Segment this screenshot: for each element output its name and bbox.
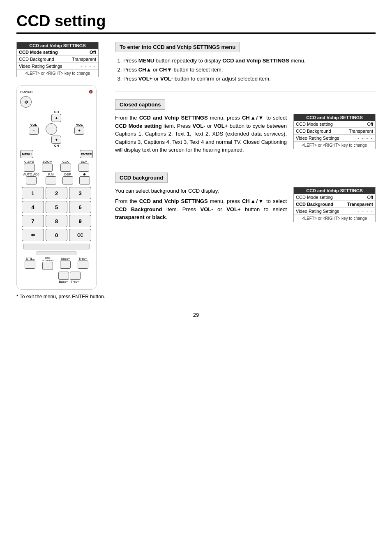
closed-captions-section: Closed captions From the CCD and Vchip S… xyxy=(115,99,376,157)
num-0-button[interactable]: 0 xyxy=(46,229,68,241)
ccd-bg-settings-footer: <LEFT> or <RIGHT> key to change xyxy=(294,214,375,222)
section-rule-1 xyxy=(115,92,376,92)
vol-minus-button[interactable]: − xyxy=(29,127,39,135)
remote-control: POWER 🔇 ⏻ CH ▲ VOL − xyxy=(16,85,97,290)
csys-button[interactable] xyxy=(24,164,35,172)
row-label: CCD Background xyxy=(17,56,68,63)
vol-plus-button[interactable]: + xyxy=(74,127,84,135)
bass-minus-button[interactable] xyxy=(58,272,69,280)
clk-button[interactable] xyxy=(60,164,71,172)
row-value: - - - - xyxy=(344,207,375,214)
remote-power-row: POWER 🔇 xyxy=(20,90,93,94)
osd-pos-button[interactable] xyxy=(42,262,53,270)
cc-settings-footer: <LEFT> or <RIGHT> key to change xyxy=(294,141,375,149)
zoom-button[interactable] xyxy=(42,164,53,172)
vol-plus-label: VOL xyxy=(76,123,83,127)
step-1: Press MENU button repeatedly to display … xyxy=(123,56,376,65)
row-value: Off xyxy=(344,194,375,201)
row-value: Off xyxy=(345,121,375,128)
enter-button[interactable]: ENTER xyxy=(80,150,93,158)
ccd-background-paragraph1: You can select background for CCD displa… xyxy=(115,187,287,195)
ch-up-button[interactable]: ▲ xyxy=(51,114,61,122)
num-8-button[interactable]: 8 xyxy=(46,215,68,227)
back-button[interactable]: ⬅ xyxy=(22,229,44,241)
record-button[interactable] xyxy=(79,176,90,184)
bass-treb-minus-row: Bass− Treb− xyxy=(22,272,91,284)
step-3: Press VOL+ or VOL- button to confirm or … xyxy=(123,74,376,83)
ch-down-button[interactable]: ▼ xyxy=(51,136,61,144)
num-2-button[interactable]: 2 xyxy=(46,187,68,199)
main-layout: CCD and Vchip SETTINGS CCD Mode setting … xyxy=(16,42,376,300)
num-4-button[interactable]: 4 xyxy=(22,201,44,213)
num-3-button[interactable]: 3 xyxy=(69,187,91,199)
row-label: Video Rating Settings xyxy=(294,207,344,214)
ccd-background-text: You can select background for CCD displa… xyxy=(115,187,287,224)
ch-down-label: CH xyxy=(54,144,59,148)
row-label: CCD Mode setting xyxy=(17,49,68,56)
cc-settings-box-title: CCD and Vchip SETTINGS xyxy=(294,114,375,121)
table-row: CCD Background Transparent xyxy=(294,201,375,207)
power-label: POWER xyxy=(20,90,32,94)
slp-button[interactable] xyxy=(78,164,89,172)
top-rule xyxy=(16,32,376,34)
bottom-controls: STILL OSD POSITION Bass+ Treb+ xyxy=(22,257,91,270)
ch-up-label: CH xyxy=(54,110,59,114)
ccd-background-layout: You can select background for CCD displa… xyxy=(115,187,376,228)
num-9-button[interactable]: 9 xyxy=(69,215,91,227)
still-label: STILL xyxy=(26,257,35,261)
tape-slot-area xyxy=(23,244,90,255)
to-enter-header: To enter into CCD and Vchip SETTINGS men… xyxy=(115,42,240,52)
table-row: Video Rating Settings - - - - xyxy=(294,207,375,214)
row-label: CCD Mode setting xyxy=(294,121,345,128)
treb-minus-label: Treb− xyxy=(71,280,79,284)
autoadj-label: AUTO.ADJ xyxy=(23,173,39,176)
row-value: Transparent xyxy=(344,201,375,207)
table-row: CCD Background Transparent xyxy=(17,56,98,63)
treb-minus-button[interactable] xyxy=(70,272,81,280)
table-row: CCD Mode setting Off xyxy=(294,194,375,201)
closed-captions-layout: From the CCD and Vchip SETTINGS menu, pr… xyxy=(115,114,376,157)
pm-button[interactable] xyxy=(46,176,56,184)
menu-button[interactable]: MENU xyxy=(20,150,33,158)
pm-label: P.M xyxy=(48,173,53,176)
cc-settings-table: CCD Mode setting Off CCD Background Tran… xyxy=(294,121,375,141)
table-row: CCD Background Transparent xyxy=(294,128,375,135)
row-value: - - - - xyxy=(345,135,375,142)
to-enter-steps: Press MENU button repeatedly to display … xyxy=(123,56,376,83)
treb-plus-button[interactable] xyxy=(78,261,88,269)
ccd-bg-settings-table: CCD Mode setting Off CCD Background Tran… xyxy=(294,194,375,214)
left-column: CCD and Vchip SETTINGS CCD Mode setting … xyxy=(16,42,107,300)
table-row: Video Rating Settings - - - - xyxy=(294,135,375,142)
power-button[interactable]: ⏻ xyxy=(20,96,32,108)
row-label: Video Rating Settings xyxy=(294,135,345,142)
numpad: 1 2 3 4 5 6 7 8 9 ⬅ 0 CC xyxy=(22,187,91,241)
num-5-button[interactable]: 5 xyxy=(46,201,68,213)
num-6-button[interactable]: 6 xyxy=(69,201,91,213)
closed-captions-paragraph: From the CCD and Vchip SETTINGS menu, pr… xyxy=(115,114,287,154)
row-value: Transparent xyxy=(68,56,98,63)
page-title: CCD setting xyxy=(16,12,376,30)
num-7-button[interactable]: 7 xyxy=(22,215,44,227)
top-settings-box: CCD and Vchip SETTINGS CCD Mode setting … xyxy=(16,42,99,77)
row-value: Transparent xyxy=(345,128,375,135)
cc-button[interactable]: CC xyxy=(69,229,91,241)
closed-captions-text: From the CCD and Vchip SETTINGS menu, pr… xyxy=(115,114,287,157)
page-number: 29 xyxy=(16,312,376,318)
section-rule-2 xyxy=(115,165,376,165)
closed-captions-settings-box: CCD and Vchip SETTINGS CCD Mode setting … xyxy=(293,114,376,149)
autoadj-button[interactable] xyxy=(26,176,37,184)
still-button[interactable] xyxy=(25,261,35,269)
csys-row: C.SYS ZOOM CLK SLP xyxy=(20,160,93,172)
dsp-button[interactable] xyxy=(62,176,73,184)
num-1-button[interactable]: 1 xyxy=(22,187,44,199)
csys-label: C.SYS xyxy=(24,160,34,164)
bass-plus-button[interactable] xyxy=(60,261,71,269)
top-settings-table: CCD Mode setting Off CCD Background Tran… xyxy=(17,49,98,69)
clk-label: CLK xyxy=(62,160,69,164)
menu-enter-row: MENU ENTER xyxy=(20,150,93,158)
row-label: CCD Background xyxy=(294,128,345,135)
right-column: To enter into CCD and Vchip SETTINGS men… xyxy=(115,42,376,300)
row-value: Off xyxy=(68,49,98,56)
autoadj-row: AUTO.ADJ P.M DSP ⏺ xyxy=(20,173,93,184)
exit-note: * To exit the menu, press ENTER button. xyxy=(16,294,107,300)
